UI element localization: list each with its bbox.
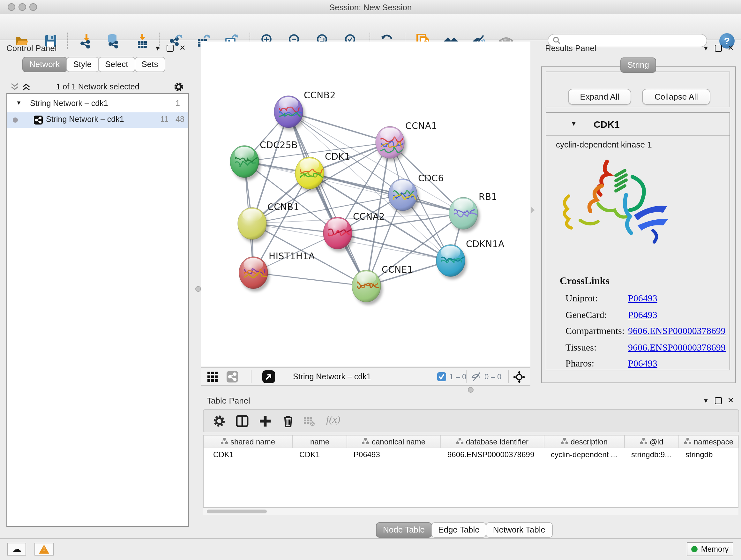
tab-network-table[interactable]: Network Table bbox=[486, 522, 552, 538]
column-header-name[interactable]: name bbox=[293, 435, 347, 448]
table-cell[interactable]: stringdb:9... bbox=[625, 448, 679, 461]
network-node-CCNE1[interactable]: CCNE1 bbox=[352, 264, 413, 305]
network-edge[interactable] bbox=[253, 273, 366, 286]
node-label: CCNB2 bbox=[304, 90, 336, 101]
column-header-namespace[interactable]: namespace bbox=[679, 435, 739, 448]
tab-style[interactable]: Style bbox=[66, 57, 98, 72]
grid-view-icon[interactable] bbox=[207, 372, 218, 384]
bottom-splitter-handle[interactable] bbox=[468, 387, 474, 393]
tab-node-table[interactable]: Node Table bbox=[376, 522, 432, 538]
network-selection-status: 1 of 1 Network selected bbox=[6, 82, 189, 91]
table-cell[interactable]: stringdb bbox=[679, 448, 739, 461]
node-gloss-highlight bbox=[300, 159, 319, 171]
section-expanded-caret-icon[interactable]: ▼ bbox=[570, 120, 577, 127]
crosslink-link[interactable]: P06493 bbox=[628, 358, 657, 369]
results-panel-title: Results Panel bbox=[545, 44, 596, 53]
tab-select[interactable]: Select bbox=[98, 57, 135, 72]
panel-float-icon[interactable] bbox=[715, 397, 722, 404]
import-network-icon[interactable] bbox=[78, 33, 94, 49]
node-label: CCNA1 bbox=[405, 121, 437, 131]
panel-close-icon[interactable]: ✕ bbox=[728, 44, 734, 52]
cloud-status-button[interactable]: ☁ bbox=[7, 543, 26, 556]
network-row[interactable]: String Network – cdk1 11 48 bbox=[7, 112, 188, 128]
table-cell[interactable]: CDK1 bbox=[293, 448, 347, 461]
hidden-eye-icon[interactable] bbox=[471, 372, 482, 384]
title-bar: Session: New Session bbox=[0, 0, 741, 15]
table-cell[interactable]: CDK1 bbox=[204, 448, 293, 461]
string-network-graph[interactable]: CCNB2CCNA1CDC25BCDK1CDC6RB1CCNB1CCNA2CDK… bbox=[201, 42, 530, 367]
column-header-canonical-name[interactable]: canonical name bbox=[347, 435, 441, 448]
node-gloss-highlight bbox=[356, 271, 376, 284]
network-node-CDC25B[interactable]: CDC25B bbox=[230, 140, 298, 180]
right-splitter-handle[interactable] bbox=[531, 207, 535, 213]
node-table[interactable]: shared namenamecanonical namedatabase id… bbox=[203, 435, 738, 508]
warnings-button[interactable]: ! bbox=[35, 543, 54, 556]
crosslink-link[interactable]: 9606.ENSP00000378699 bbox=[628, 326, 726, 336]
network-node-RB1[interactable]: RB1 bbox=[449, 192, 497, 232]
column-label: namespace bbox=[694, 437, 733, 446]
column-namespace-icon bbox=[221, 437, 228, 446]
memory-button[interactable]: Memory bbox=[687, 542, 733, 556]
network-node-CCNB1[interactable]: CCNB1 bbox=[238, 202, 299, 242]
network-node-CDC6[interactable]: CDC6 bbox=[388, 173, 444, 213]
table-horizontal-scrollbar[interactable] bbox=[203, 508, 738, 515]
node-label: RB1 bbox=[479, 192, 497, 202]
crosslink-link[interactable]: P06493 bbox=[628, 293, 657, 304]
panel-collapse-icon[interactable]: ▼ bbox=[154, 44, 161, 51]
network-collection-row[interactable]: ▼ String Network – cdk1 1 bbox=[7, 97, 188, 112]
tab-string[interactable]: String bbox=[620, 57, 656, 73]
crosslink-label: Pharos: bbox=[565, 358, 594, 368]
network-node-CCNA1[interactable]: CCNA1 bbox=[376, 121, 437, 161]
crosslink-label: GeneCard: bbox=[565, 309, 607, 320]
panel-close-icon[interactable]: ✕ bbox=[179, 44, 186, 52]
table-settings-gear-icon[interactable] bbox=[212, 415, 226, 430]
network-node-CDKN1A[interactable]: CDKN1A bbox=[436, 239, 504, 279]
table-row[interactable]: CDK1CDK1P064939606.ENSP00000378699cyclin… bbox=[204, 448, 738, 461]
panel-close-icon[interactable]: ✕ bbox=[728, 396, 734, 405]
toolbar-separator bbox=[508, 370, 509, 383]
expand-all-button[interactable]: Expand All bbox=[568, 89, 631, 105]
gene-section-header[interactable]: ▼ CDK1 bbox=[546, 113, 730, 136]
panel-float-icon[interactable] bbox=[166, 44, 174, 51]
scrollbar-thumb[interactable] bbox=[207, 509, 267, 513]
panel-collapse-icon[interactable]: ▼ bbox=[703, 397, 709, 404]
tab-sets[interactable]: Sets bbox=[134, 57, 165, 72]
open-in-window-icon[interactable] bbox=[262, 370, 275, 383]
table-cell[interactable]: 9606.ENSP00000378699 bbox=[441, 448, 544, 461]
table-panel-tabs: Node TableEdge TableNetwork Table bbox=[377, 522, 552, 538]
string-view-icon[interactable] bbox=[226, 371, 238, 382]
panel-float-icon[interactable] bbox=[715, 44, 722, 51]
create-column-plus-icon[interactable] bbox=[259, 415, 272, 430]
results-panel-window-icons: ▼ ✕ bbox=[703, 44, 734, 52]
import-database-icon[interactable] bbox=[105, 33, 121, 49]
collapse-all-button[interactable]: Collapse All bbox=[642, 89, 711, 105]
crosslink-link[interactable]: P06493 bbox=[628, 309, 657, 320]
import-table-icon[interactable] bbox=[135, 33, 150, 49]
tab-edge-table[interactable]: Edge Table bbox=[431, 522, 487, 538]
network-options-gear-icon[interactable] bbox=[174, 82, 184, 92]
crosslink-row: Tissues:9606.ENSP00000378699 bbox=[565, 342, 725, 353]
show-columns-icon[interactable] bbox=[235, 415, 249, 430]
column-header-description[interactable]: description bbox=[544, 435, 625, 448]
results-gene-section: ▼ CDK1 cyclin-dependent kinase 1 CrossLi… bbox=[546, 112, 730, 370]
birds-eye-view-icon[interactable] bbox=[513, 371, 525, 385]
network-canvas[interactable]: CCNB2CCNA1CDC25BCDK1CDC6RB1CCNB1CCNA2CDK… bbox=[201, 42, 530, 367]
tab-network[interactable]: Network bbox=[22, 57, 67, 72]
selected-checkbox-icon[interactable] bbox=[437, 372, 446, 381]
network-node-HIST1H1A[interactable]: HIST1H1A bbox=[239, 251, 315, 292]
network-node-CCNB2[interactable]: CCNB2 bbox=[274, 90, 336, 131]
collection-expanded-caret-icon[interactable]: ▼ bbox=[16, 100, 22, 106]
network-status-dot-icon bbox=[13, 118, 18, 123]
gene-name: CDK1 bbox=[594, 119, 620, 130]
column-header-shared-name[interactable]: shared name bbox=[204, 435, 293, 448]
left-splitter-handle[interactable] bbox=[195, 286, 201, 292]
delete-column-trash-icon[interactable] bbox=[281, 415, 295, 430]
crosslink-link[interactable]: 9606.ENSP00000378699 bbox=[628, 342, 726, 353]
table-cell[interactable]: P06493 bbox=[347, 448, 441, 461]
column-label: database identifier bbox=[466, 437, 529, 446]
panel-collapse-icon[interactable]: ▼ bbox=[703, 44, 709, 51]
node-gloss-highlight bbox=[234, 147, 254, 160]
table-cell[interactable]: cyclin-dependent ... bbox=[544, 448, 625, 461]
column-header-database-identifier[interactable]: database identifier bbox=[441, 435, 544, 448]
column-header-@id[interactable]: @id bbox=[625, 435, 679, 448]
